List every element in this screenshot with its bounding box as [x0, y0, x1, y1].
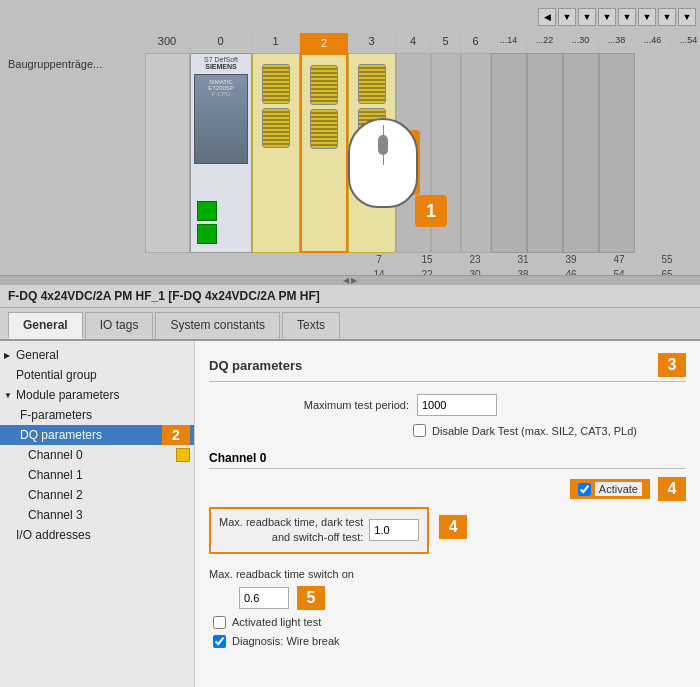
- activated-light-checkbox[interactable]: [213, 616, 226, 629]
- cpu-body: SIMATIC ET200SP F-CPU: [194, 74, 248, 164]
- bottom-section: F-DQ 4x24VDC/2A PM HF_1 [F-DQ 4x24VDC/2A…: [0, 285, 700, 687]
- dark-test-checkbox[interactable]: [413, 424, 426, 437]
- green-indicator-2: [197, 224, 217, 244]
- badge-4-copy: 4: [439, 515, 467, 539]
- nav-tree: General Potential group Module parameter…: [0, 341, 195, 687]
- window-title-text: F-DQ 4x24VDC/2A PM HF_1 [F-DQ 4x24VDC/2A…: [8, 289, 320, 303]
- coil-2: [262, 108, 290, 148]
- nav-left-arrow[interactable]: ◀: [538, 8, 556, 26]
- module-slot-2-selected[interactable]: [300, 53, 348, 253]
- switch-on-input[interactable]: [239, 587, 289, 609]
- channel-0-section: Channel 0 Activate 4 Max. readback time,…: [209, 451, 686, 648]
- readback-row: Max. readback time, dark testand switch-…: [219, 515, 419, 546]
- tree-item-f-parameters[interactable]: F-parameters: [0, 405, 194, 425]
- window-title-bar: F-DQ 4x24VDC/2A PM HF_1 [F-DQ 4x24VDC/2A…: [0, 285, 700, 308]
- readback-label: Max. readback time, dark testand switch-…: [219, 515, 363, 546]
- tab-general[interactable]: General: [8, 312, 83, 339]
- extra-slot-2[interactable]: [527, 53, 563, 253]
- nav-down-arrow-3[interactable]: ▼: [598, 8, 616, 26]
- tree-item-general[interactable]: General: [0, 345, 194, 365]
- row-num-39: 39: [547, 253, 595, 266]
- row-num-15: 15: [403, 253, 451, 266]
- tree-item-channel-2[interactable]: Channel 2: [0, 485, 194, 505]
- slot-num-300[interactable]: 300: [145, 33, 190, 53]
- hardware-section: ◀ ▼ ▼ ▼ ▼ ▼ ▼ ▼ 300 0 1 2 3 4 5 6 ...14 …: [0, 0, 700, 285]
- tree-item-io-addresses[interactable]: I/O addresses: [0, 525, 194, 545]
- slot-extra-54[interactable]: ...54: [671, 33, 700, 53]
- max-test-row: Maximum test period:: [249, 394, 686, 416]
- tab-system-constants[interactable]: System constants: [155, 312, 280, 339]
- dark-test-label: Disable Dark Test (max. SIL2, CAT3, PLd): [432, 425, 637, 437]
- tab-texts[interactable]: Texts: [282, 312, 340, 339]
- badge-5: 5: [297, 586, 325, 610]
- tree-item-channel-3[interactable]: Channel 3: [0, 505, 194, 525]
- badge-3: 3: [658, 353, 686, 377]
- readback-box: Max. readback time, dark testand switch-…: [209, 507, 429, 554]
- switch-value-row: 5: [239, 586, 686, 610]
- slot-num-5[interactable]: 5: [431, 33, 461, 53]
- channel-0-header: Channel 0: [209, 451, 686, 469]
- module-slot-1[interactable]: [252, 53, 300, 253]
- slot-num-1[interactable]: 1: [252, 33, 300, 53]
- module-300[interactable]: [145, 53, 190, 253]
- row-num-55: 55: [643, 253, 691, 266]
- dq-parameters-header: DQ parameters 3: [209, 353, 686, 382]
- dq-params-title: DQ parameters: [209, 358, 302, 373]
- switch-on-row: Max. readback time switch on: [209, 568, 686, 580]
- mouse-container: [348, 118, 418, 208]
- slot-num-2[interactable]: 2: [300, 33, 348, 53]
- coil-5: [358, 64, 386, 104]
- nav-down-arrow-5[interactable]: ▼: [638, 8, 656, 26]
- diagnosis-checkbox[interactable]: [213, 635, 226, 648]
- tree-item-potential-group[interactable]: Potential group: [0, 365, 194, 385]
- nav-down-arrow-4[interactable]: ▼: [618, 8, 636, 26]
- badge-1: 1: [415, 195, 447, 227]
- slot-extra-46[interactable]: ...46: [635, 33, 671, 53]
- nav-down-arrow-2[interactable]: ▼: [578, 8, 596, 26]
- row-label: Baugruppenträge...: [8, 58, 102, 70]
- extra-slot-3[interactable]: [563, 53, 599, 253]
- max-test-label: Maximum test period:: [249, 399, 409, 411]
- module-cpu[interactable]: S7 DefSoft SIEMENS SIMATIC ET200SP F-CPU: [190, 53, 252, 253]
- switch-on-label: Max. readback time switch on: [209, 568, 354, 580]
- activate-checkbox[interactable]: [578, 483, 591, 496]
- diagnosis-wire-row: Diagnosis: Wire break: [209, 635, 686, 648]
- slot-num-3[interactable]: 3: [348, 33, 396, 53]
- extra-slot-1[interactable]: [491, 53, 527, 253]
- divider-handle[interactable]: ◀ ▶: [0, 275, 700, 285]
- row-num-7: 7: [355, 253, 403, 266]
- row-num-47: 47: [595, 253, 643, 266]
- extra-slot-4[interactable]: [599, 53, 635, 253]
- nav-down-arrow-7[interactable]: ▼: [678, 8, 696, 26]
- slot-extra-22[interactable]: ...22: [527, 33, 563, 53]
- coil-1: [262, 64, 290, 104]
- tree-item-module-parameters[interactable]: Module parameters: [0, 385, 194, 405]
- tree-item-dq-parameters[interactable]: DQ parameters 2: [0, 425, 194, 445]
- right-panel: DQ parameters 3 Maximum test period: Dis…: [195, 341, 700, 687]
- row-num-23: 23: [451, 253, 499, 266]
- activate-row: Activate 4: [209, 477, 686, 501]
- nav-down-arrow-6[interactable]: ▼: [658, 8, 676, 26]
- slot-num-0[interactable]: 0: [190, 33, 252, 53]
- slot-extra-14[interactable]: ...14: [491, 33, 527, 53]
- slot-num-6[interactable]: 6: [461, 33, 491, 53]
- slot-extra-38[interactable]: ...38: [599, 33, 635, 53]
- tree-item-channel-1[interactable]: Channel 1: [0, 465, 194, 485]
- activated-light-label: Activated light test: [232, 616, 321, 628]
- readback-input[interactable]: [369, 519, 419, 541]
- badge-2-indicator: 2: [162, 425, 190, 445]
- dark-test-row: Disable Dark Test (max. SIL2, CAT3, PLd): [409, 424, 686, 437]
- nav-arrows[interactable]: ◀ ▼ ▼ ▼ ▼ ▼ ▼ ▼: [538, 8, 700, 26]
- max-test-input[interactable]: [417, 394, 497, 416]
- tree-item-channel-0[interactable]: Channel 0: [0, 445, 194, 465]
- slot-num-4[interactable]: 4: [396, 33, 431, 53]
- diagnosis-label: Diagnosis: Wire break: [232, 635, 340, 647]
- coil-4: [310, 109, 338, 149]
- content-area: General Potential group Module parameter…: [0, 341, 700, 687]
- tab-io-tags[interactable]: IO tags: [85, 312, 154, 339]
- readback-area: Max. readback time, dark testand switch-…: [209, 507, 686, 562]
- nav-down-arrow-1[interactable]: ▼: [558, 8, 576, 26]
- mouse-body: [348, 118, 418, 208]
- module-slot-6[interactable]: [461, 53, 491, 253]
- slot-extra-30[interactable]: ...30: [563, 33, 599, 53]
